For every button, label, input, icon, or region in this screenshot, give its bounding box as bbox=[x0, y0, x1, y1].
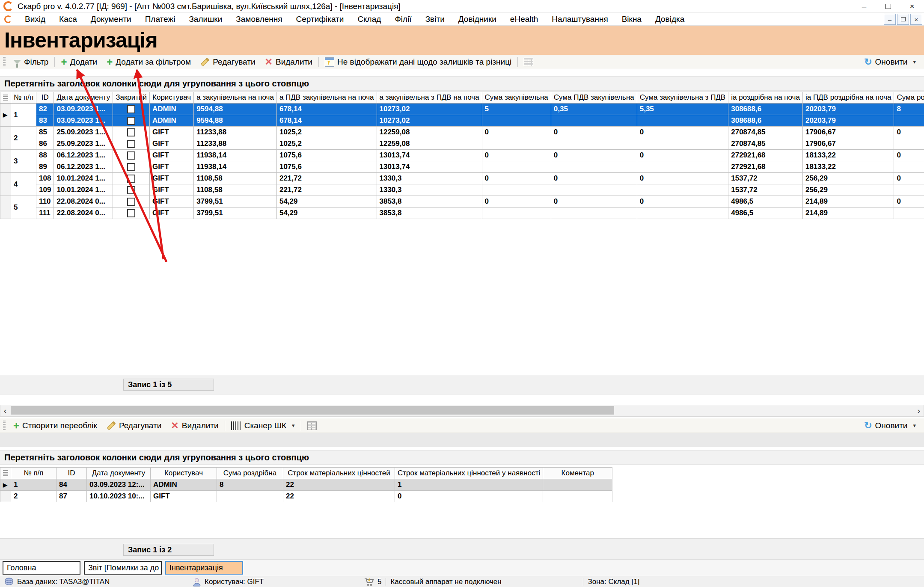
column-header-4[interactable]: Користувач bbox=[150, 92, 194, 104]
column-header-1[interactable]: ID bbox=[36, 92, 54, 104]
closed-checkbox[interactable] bbox=[127, 128, 135, 136]
create-recount-button[interactable]: + Створити переоблік bbox=[9, 418, 102, 433]
column-header-2[interactable]: Дата документу bbox=[54, 92, 113, 104]
column-header-11[interactable]: іа роздрібна на поча bbox=[728, 92, 803, 104]
closed-checkbox[interactable] bbox=[127, 117, 135, 125]
table-row[interactable]: 38806.12.2023 1...GIFT11938,141075,61301… bbox=[0, 150, 924, 161]
table-row[interactable]: 8625.09.2023 1...GIFT11233,881025,212259… bbox=[0, 138, 924, 150]
column-header-6[interactable]: а ПДВ закупівельна на поча bbox=[276, 92, 377, 104]
sub-delete-button[interactable]: ✕ Видалити bbox=[166, 418, 223, 433]
closed-checkbox[interactable] bbox=[127, 105, 135, 113]
sub-refresh-button[interactable]: ↻ Оновити ▾ bbox=[859, 420, 921, 431]
refresh-button[interactable]: ↻ Оновити ▾ bbox=[859, 56, 921, 68]
table-row[interactable]: 10910.01.2024 1...GIFT1108,58221,721330,… bbox=[0, 184, 924, 196]
sub-column-header-4[interactable]: Сума роздрібна bbox=[217, 468, 283, 479]
column-header-5[interactable]: а закупівельна на поча bbox=[194, 92, 277, 104]
edit-button[interactable]: Редагувати bbox=[196, 55, 260, 69]
menu-item-2[interactable]: Документи bbox=[84, 15, 138, 24]
chevron-down-icon[interactable]: ▾ bbox=[913, 422, 916, 429]
closed-checkbox[interactable] bbox=[127, 209, 135, 217]
tab-inventaryzatsiia[interactable]: Інвентаризація bbox=[165, 561, 243, 575]
delete-button[interactable]: ✕ Видалити bbox=[260, 55, 317, 69]
menu-item-1[interactable]: Каса bbox=[52, 15, 84, 24]
column-header-8[interactable]: Сума закупівельна bbox=[482, 92, 551, 104]
table-row[interactable]: 28525.09.2023 1...GIFT11233,881025,21225… bbox=[0, 127, 924, 138]
closed-checkbox[interactable] bbox=[127, 151, 135, 160]
toolbar-grip[interactable] bbox=[3, 57, 6, 67]
menu-item-11[interactable]: eHealth bbox=[503, 15, 545, 24]
menu-item-5[interactable]: Замовлення bbox=[229, 15, 289, 24]
chevron-down-icon[interactable]: ▾ bbox=[292, 422, 295, 429]
menu-item-3[interactable]: Платежі bbox=[138, 15, 182, 24]
column-header-12[interactable]: іа ПДВ роздрібна на поча bbox=[802, 92, 894, 104]
tab-holovna[interactable]: Головна bbox=[3, 561, 80, 575]
row-indicator-cell: ▶ bbox=[0, 479, 11, 491]
sub-column-header-6[interactable]: Строк матеріальних цінностей у наявності bbox=[395, 468, 543, 479]
menu-item-6[interactable]: Сертифікати bbox=[289, 15, 351, 24]
add-by-filter-button[interactable]: + Додати за фільтром bbox=[102, 55, 196, 69]
scroll-left-arrow[interactable]: ‹ bbox=[0, 405, 10, 416]
column-header-7[interactable]: а закупівельна з ПДВ на поча bbox=[377, 92, 482, 104]
table-row[interactable]: ▶18203.09.2023 1...ADMIN9594,88678,14102… bbox=[0, 104, 924, 115]
status-zone: Зона: Склад [1] bbox=[583, 576, 644, 587]
menu-item-8[interactable]: Філії bbox=[388, 15, 418, 24]
table-row[interactable]: ▶18403.09.2023 12:...ADMIN8221 bbox=[0, 479, 612, 491]
chevron-down-icon[interactable]: ▾ bbox=[913, 59, 916, 65]
closed-checkbox[interactable] bbox=[127, 186, 135, 194]
mdi-restore-button[interactable] bbox=[897, 14, 909, 25]
sub-column-header-2[interactable]: Дата документу bbox=[87, 468, 151, 479]
menu-item-10[interactable]: Довідники bbox=[452, 15, 503, 24]
sub-column-header-7[interactable]: Коментар bbox=[543, 468, 612, 479]
menu-item-7[interactable]: Склад bbox=[351, 15, 388, 24]
group-number-cell: 3 bbox=[11, 150, 36, 173]
closed-checkbox[interactable] bbox=[127, 140, 135, 148]
cell-date: 03.09.2023 12:... bbox=[87, 479, 151, 491]
toggle-remainders-button[interactable]: Не відображати дані щодо залишків та різ… bbox=[320, 55, 516, 69]
close-button[interactable]: × bbox=[900, 0, 924, 13]
column-header-3[interactable]: Закритий bbox=[113, 92, 150, 104]
sub-column-header-3[interactable]: Користувач bbox=[151, 468, 217, 479]
menu-item-13[interactable]: Вікна bbox=[615, 15, 648, 24]
menu-item-14[interactable]: Довідка bbox=[648, 15, 691, 24]
menu-item-0[interactable]: Вихід bbox=[18, 15, 52, 24]
table-row[interactable]: 8906.12.2023 1...GIFT11938,141075,613013… bbox=[0, 161, 924, 173]
menu-item-4[interactable]: Залишки bbox=[182, 15, 229, 24]
page-title: Інвентаризація bbox=[4, 28, 157, 53]
column-header-10[interactable]: Сума закупівельна з ПДВ bbox=[637, 92, 728, 104]
scrollbar-track[interactable] bbox=[10, 405, 914, 416]
closed-checkbox[interactable] bbox=[127, 163, 135, 171]
table-row[interactable]: 410810.01.2024 1...GIFT1108,58221,721330… bbox=[0, 173, 924, 184]
sub-edit-button[interactable]: Редагувати bbox=[102, 418, 166, 433]
filter-button[interactable]: Фільтр bbox=[9, 55, 53, 69]
menu-item-12[interactable]: Налаштування bbox=[545, 15, 615, 24]
closed-checkbox[interactable] bbox=[127, 198, 135, 206]
cell-user: GIFT bbox=[150, 127, 194, 138]
columns-button[interactable] bbox=[519, 55, 538, 69]
closed-checkbox[interactable] bbox=[127, 175, 135, 183]
cell-value-5: 5,35 bbox=[637, 104, 728, 115]
mdi-minimize-button[interactable]: – bbox=[884, 14, 896, 25]
table-row[interactable]: 511022.08.2024 0...GIFT3799,5154,293853,… bbox=[0, 196, 924, 208]
menu-item-9[interactable]: Звіти bbox=[419, 15, 452, 24]
cell-value-1: 678,14 bbox=[276, 104, 377, 115]
scroll-right-arrow[interactable]: › bbox=[914, 405, 924, 416]
sub-column-header-1[interactable]: ID bbox=[56, 468, 87, 479]
barcode-scanner-button[interactable]: Сканер ШК ▾ bbox=[226, 418, 300, 433]
group-number-cell: 4 bbox=[11, 173, 36, 196]
column-header-9[interactable]: Сума ПДВ закупівельна bbox=[551, 92, 637, 104]
sub-column-header-0[interactable]: № п/п bbox=[11, 468, 56, 479]
restore-button[interactable] bbox=[876, 0, 900, 13]
scrollbar-thumb[interactable] bbox=[11, 406, 614, 415]
table-row[interactable]: 8303.09.2023 1...ADMIN9594,88678,1410273… bbox=[0, 115, 924, 127]
column-header-13[interactable]: Сума роздріб bbox=[894, 92, 924, 104]
table-row[interactable]: 28710.10.2023 10:...GIFT220 bbox=[0, 491, 612, 502]
tab-zvit-pomylky[interactable]: Звіт [Помилки за до ... bbox=[84, 561, 162, 575]
toolbar-grip[interactable] bbox=[3, 421, 6, 431]
minimize-button[interactable]: – bbox=[852, 0, 876, 13]
add-button[interactable]: + Додати bbox=[56, 55, 102, 69]
table-row[interactable]: 11122.08.2024 0...GIFT3799,5154,293853,8… bbox=[0, 208, 924, 219]
sub-columns-button[interactable] bbox=[303, 418, 321, 433]
sub-column-header-5[interactable]: Строк матеріальних цінностей bbox=[283, 468, 395, 479]
column-header-0[interactable]: № п/п bbox=[11, 92, 36, 104]
mdi-close-button[interactable]: × bbox=[910, 14, 922, 25]
